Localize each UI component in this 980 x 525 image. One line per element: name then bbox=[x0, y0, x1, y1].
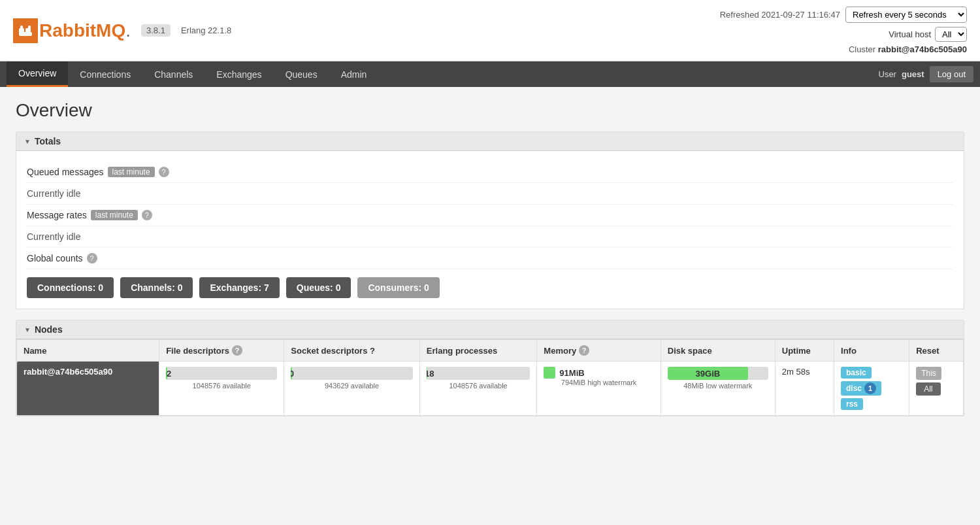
nodes-title: Nodes bbox=[35, 324, 63, 335]
currently-idle-1-text: Currently idle bbox=[27, 184, 80, 203]
nav-admin[interactable]: Admin bbox=[329, 61, 379, 87]
nav-queues[interactable]: Queues bbox=[274, 61, 329, 87]
th-erlang-proc: Erlang processes bbox=[419, 340, 536, 362]
th-memory: Memory ? bbox=[537, 340, 661, 362]
nodes-body: Name File descriptors ? Socket descripto… bbox=[16, 339, 964, 416]
logo-dot: . bbox=[125, 20, 131, 41]
vhost-select[interactable]: All bbox=[935, 27, 967, 42]
queues-count-btn[interactable]: Queues: 0 bbox=[286, 277, 351, 298]
memory-bar-wrapper: 91MiB bbox=[544, 367, 653, 379]
message-rates-row: Message rates last minute ? bbox=[27, 205, 953, 226]
th-memory-text: Memory bbox=[544, 346, 576, 356]
disc-count: 1 bbox=[864, 382, 876, 394]
logo-icon bbox=[13, 18, 38, 43]
logo: RabbitMQ. bbox=[13, 18, 131, 43]
nav-connections[interactable]: Connections bbox=[68, 61, 142, 87]
help-icon-2[interactable]: ? bbox=[142, 210, 152, 220]
nodes-table-header-row: Name File descriptors ? Socket descripto… bbox=[17, 340, 964, 362]
nodes-table: Name File descriptors ? Socket descripto… bbox=[16, 339, 964, 416]
totals-body: Queued messages last minute ? Currently … bbox=[16, 151, 964, 309]
channels-count-btn[interactable]: Channels: 0 bbox=[120, 277, 193, 298]
th-file-desc-text: File descriptors bbox=[166, 346, 229, 356]
erlang-proc-fill: 418 bbox=[427, 367, 428, 380]
currently-idle-2-row: Currently idle bbox=[27, 226, 953, 248]
help-icon-3[interactable]: ? bbox=[87, 253, 97, 263]
page-title: Overview bbox=[16, 100, 964, 121]
info-badges: basic disc 1 rss bbox=[841, 367, 902, 410]
socket-desc-available: 943629 available bbox=[291, 382, 413, 390]
th-disk-space: Disk space bbox=[661, 340, 775, 362]
consumers-count-btn: Consumers: 0 bbox=[357, 277, 439, 298]
totals-section: ▼ Totals Queued messages last minute ? C… bbox=[16, 131, 964, 309]
global-counts-text: Global counts bbox=[27, 253, 83, 263]
help-icon-fd[interactable]: ? bbox=[232, 345, 242, 356]
nav-exchanges[interactable]: Exchanges bbox=[204, 61, 273, 87]
file-desc-bar: 92 bbox=[166, 367, 277, 380]
disk-space-value: 39GiB bbox=[696, 369, 721, 379]
nodes-section: ▼ Nodes Name File descriptors ? Socket d… bbox=[16, 320, 964, 416]
cluster-label: Cluster bbox=[849, 44, 875, 54]
rabbit-icon bbox=[18, 23, 33, 39]
currently-idle-1-row: Currently idle bbox=[27, 183, 953, 205]
help-icon-1[interactable]: ? bbox=[159, 167, 169, 177]
help-icon-mem[interactable]: ? bbox=[579, 345, 589, 356]
reset-cell: This All bbox=[909, 362, 964, 416]
currently-idle-2-text: Currently idle bbox=[27, 228, 80, 246]
node-name: rabbit@a74b6c505a90 bbox=[24, 367, 112, 377]
reset-all-button[interactable]: All bbox=[916, 382, 940, 396]
nodes-section-header[interactable]: ▼ Nodes bbox=[16, 320, 964, 339]
disk-space-bar: 39GiB bbox=[668, 367, 768, 380]
nodes-table-head: Name File descriptors ? Socket descripto… bbox=[17, 340, 964, 362]
cluster-name: rabbit@a74b6c505a90 bbox=[878, 44, 967, 54]
socket-desc-fill: 0 bbox=[291, 367, 292, 380]
logout-button[interactable]: Log out bbox=[930, 66, 973, 82]
vhost-label: Virtual host bbox=[889, 29, 931, 39]
erlang-proc-bar: 418 bbox=[427, 367, 530, 380]
totals-section-header[interactable]: ▼ Totals bbox=[16, 132, 964, 151]
refresh-select[interactable]: Refresh every 5 seconds Refresh every 10… bbox=[845, 7, 967, 23]
global-counts-row: Global counts ? bbox=[27, 248, 953, 269]
memory-watermark: 794MiB high watermark bbox=[544, 379, 653, 386]
user-area: User guest Log out bbox=[879, 61, 974, 87]
erlang-proc-available: 1048576 available bbox=[427, 382, 530, 390]
file-desc-available: 1048576 available bbox=[166, 382, 277, 390]
message-rates-label: Message rates last minute ? bbox=[27, 210, 953, 220]
memory-indicator bbox=[544, 367, 555, 379]
disk-space-fill: 39GiB bbox=[668, 367, 748, 380]
header-right: Refreshed 2021-09-27 11:16:47 Refresh ev… bbox=[720, 7, 967, 54]
user-label: User bbox=[879, 69, 896, 79]
th-uptime: Uptime bbox=[775, 340, 834, 362]
uptime-cell: 2m 58s bbox=[775, 362, 834, 416]
exchanges-count-btn[interactable]: Exchanges: 7 bbox=[199, 277, 279, 298]
socket-desc-bar: 0 bbox=[291, 367, 413, 380]
nodes-table-body: rabbit@a74b6c505a90 92 1048576 available bbox=[17, 362, 964, 416]
nav-channels[interactable]: Channels bbox=[142, 61, 204, 87]
queued-messages-row: Queued messages last minute ? bbox=[27, 161, 953, 183]
socket-desc-cell: 0 943629 available bbox=[284, 362, 420, 416]
info-cell: basic disc 1 rss bbox=[834, 362, 909, 416]
counts-buttons-row: Connections: 0 Channels: 0 Exchanges: 7 … bbox=[27, 277, 953, 298]
th-file-desc: File descriptors ? bbox=[159, 340, 284, 362]
info-badge-rss[interactable]: rss bbox=[841, 398, 863, 410]
main-content: Overview ▼ Totals Queued messages last m… bbox=[0, 87, 980, 525]
svg-rect-4 bbox=[19, 32, 32, 36]
last-minute-badge-2[interactable]: last minute bbox=[91, 210, 138, 220]
svg-rect-2 bbox=[20, 25, 23, 29]
info-badge-basic[interactable]: basic bbox=[841, 367, 872, 379]
nav-overview[interactable]: Overview bbox=[7, 61, 68, 87]
file-desc-fill: 92 bbox=[166, 367, 167, 380]
th-reset: Reset bbox=[909, 340, 964, 362]
node-name-cell: rabbit@a74b6c505a90 bbox=[17, 362, 159, 416]
th-info: Info bbox=[834, 340, 909, 362]
cluster-row: Cluster rabbit@a74b6c505a90 bbox=[720, 44, 967, 54]
message-rates-text: Message rates bbox=[27, 210, 87, 220]
connections-count-btn[interactable]: Connections: 0 bbox=[27, 277, 114, 298]
erlang-proc-value: 418 bbox=[427, 369, 434, 379]
queued-messages-text: Queued messages bbox=[27, 167, 104, 177]
refresh-row: Refreshed 2021-09-27 11:16:47 Refresh ev… bbox=[720, 7, 967, 23]
erlang-badge: Erlang 22.1.8 bbox=[181, 25, 231, 35]
table-row: rabbit@a74b6c505a90 92 1048576 available bbox=[17, 362, 964, 416]
vhost-row: Virtual host All bbox=[720, 27, 967, 42]
last-minute-badge-1[interactable]: last minute bbox=[108, 167, 155, 177]
info-badge-disc[interactable]: disc 1 bbox=[841, 381, 881, 396]
